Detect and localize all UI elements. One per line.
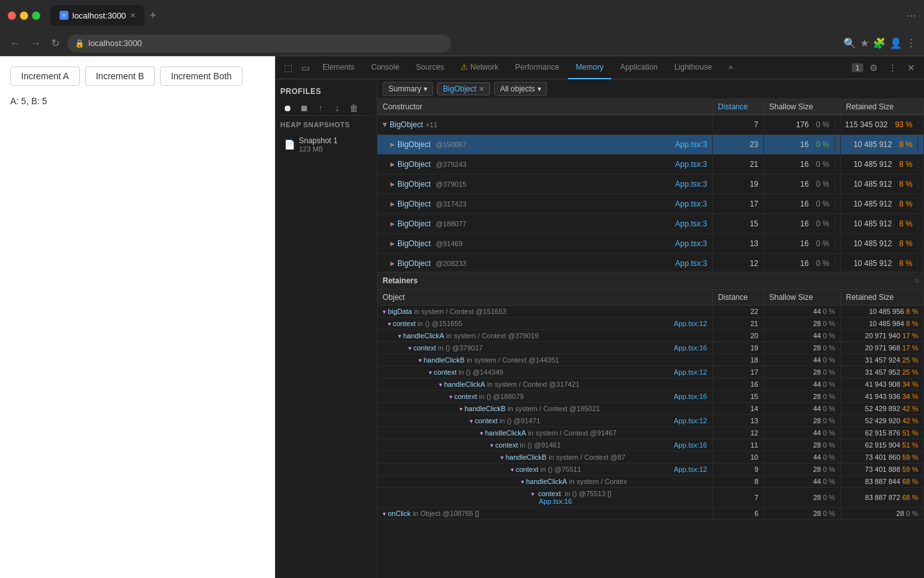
increment-both-button[interactable]: Increment Both — [160, 66, 243, 86]
stop-button[interactable]: ⏹ — [297, 101, 311, 115]
browser-menu-button[interactable]: ⋯ — [906, 10, 916, 22]
summary-label: Summary — [388, 84, 421, 93]
row-1-link[interactable]: App.tsx:3 — [675, 160, 707, 169]
tab-more[interactable]: » — [721, 56, 741, 79]
table-row-2[interactable]: ▶ BigObject @379015 App.tsx:3 19 16 0 % … — [378, 175, 924, 194]
tab-close-button[interactable]: ✕ — [130, 12, 136, 20]
new-tab-button[interactable]: + — [150, 9, 157, 22]
row-0-retained: 10 485 912 8 % — [841, 135, 924, 154]
ret-row-3[interactable]: ▾ context in () @379017 App.tsx:16 19 28… — [378, 342, 924, 354]
rth-object: Object — [378, 290, 713, 305]
ret-row-5-obj: ▾ context in () @144349 App.tsx:12 — [378, 366, 713, 378]
objects-dropdown[interactable]: All objects ▾ — [494, 82, 547, 96]
row-0-link[interactable]: App.tsx:3 — [675, 140, 707, 149]
filter-clear-icon[interactable]: ✕ — [479, 85, 484, 93]
table-row-0[interactable]: ▶ BigObject @150067 App.tsx:3 23 16 0 % … — [378, 135, 924, 155]
responsive-icon[interactable]: ▭ — [298, 60, 314, 75]
snapshot-item[interactable]: 📄 Snapshot 1 123 MB — [280, 134, 372, 155]
summary-chevron-icon: ▾ — [424, 84, 427, 93]
increment-b-button[interactable]: Increment B — [85, 66, 155, 86]
bigobject-distance: 7 — [713, 115, 764, 134]
row-2-link[interactable]: App.tsx:3 — [675, 180, 707, 189]
browser-tab-active[interactable]: ⚛ localhost:3000 ✕ — [51, 5, 145, 26]
tab-favicon: ⚛ — [60, 11, 68, 20]
load-button[interactable]: ↑ — [314, 101, 328, 115]
app-area: Increment A Increment B Increment Both A… — [0, 56, 275, 578]
ret-row-1[interactable]: ▾ context in () @151655 App.tsx:12 21 28… — [378, 318, 924, 330]
ret-row-13-obj: ▾ context in () @75511 App.tsx:12 — [378, 464, 713, 475]
ret-row-0[interactable]: ▾ bigData in system / Context @151653 22… — [378, 306, 924, 318]
th-distance[interactable]: Distance — [713, 99, 764, 114]
th-shallow[interactable]: Shallow Size — [764, 99, 841, 114]
increment-a-button[interactable]: Increment A — [10, 66, 80, 86]
devtools-settings-icon[interactable]: ⚙ — [866, 60, 882, 75]
heap-detail-panel: Summary ▾ BigObject ✕ All objects ▾ — [378, 79, 924, 578]
ret-row-16[interactable]: ▾ onClick in Object @108765 [] 6 28 0 % … — [378, 508, 924, 520]
save-button[interactable]: ↓ — [330, 101, 344, 115]
ret-row-9-obj: ▾ context in () @91471 App.tsx:12 — [378, 415, 713, 426]
tab-elements[interactable]: Elements — [315, 56, 362, 79]
tab-sources[interactable]: Sources — [408, 56, 452, 79]
record-button[interactable]: ⏺ — [280, 101, 294, 115]
close-window-button[interactable] — [8, 12, 16, 20]
th-retained[interactable]: Retained Size — [841, 99, 924, 114]
browser-titlebar: ⚛ localhost:3000 ✕ + ⋯ — [0, 0, 924, 31]
forward-button[interactable]: → — [28, 35, 44, 52]
tab-network[interactable]: ⚠ Network — [453, 56, 506, 79]
filter-input[interactable]: BigObject ✕ — [437, 82, 490, 95]
maximize-window-button[interactable] — [32, 12, 40, 20]
summary-dropdown[interactable]: Summary ▾ — [383, 82, 433, 96]
ret-row-6[interactable]: ▾ handleClickA in system / Context @3174… — [378, 379, 924, 391]
trash-button[interactable]: 🗑 — [347, 101, 361, 115]
retainers-title: Retainers — [383, 276, 418, 285]
ret-row-14[interactable]: ▾ handleClickA in system / Contex 8 44 0… — [378, 476, 924, 488]
ret-row-8[interactable]: ▾ handleClickB in system / Context @1850… — [378, 403, 924, 415]
extensions-icon[interactable]: 🧩 — [873, 37, 886, 49]
ret-row-12[interactable]: ▾ handleClickB in system / Context @87 1… — [378, 451, 924, 464]
ret-row-5[interactable]: ▾ context in () @144349 App.tsx:12 17 28… — [378, 366, 924, 379]
ret-row-14-obj: ▾ handleClickA in system / Contex — [378, 476, 713, 487]
table-row-4[interactable]: ▶ BigObject @188077 App.tsx:3 15 16 0 % … — [378, 214, 924, 234]
retainers-drag-handle[interactable]: ≡ — [914, 276, 919, 285]
table-row-6[interactable]: ▶ BigObject @208233 App.tsx:3 12 16 0 % … — [378, 254, 924, 272]
row-expand-icon[interactable]: ▶ — [390, 161, 395, 168]
bigobject-group-row[interactable]: ▶ BigObject ×11 7 176 0 % 115 345 032 93… — [378, 115, 924, 135]
tab-lighthouse[interactable]: Lighthouse — [667, 56, 720, 79]
rth-distance: Distance — [713, 290, 764, 305]
address-bar[interactable]: 🔒 localhost:3000 — [67, 35, 451, 52]
back-button[interactable]: ← — [8, 35, 23, 52]
objects-label: All objects — [500, 84, 535, 93]
tab-console[interactable]: Console — [363, 56, 407, 79]
bigobject-name: BigObject — [390, 120, 423, 129]
tab-memory[interactable]: Memory — [568, 56, 611, 79]
inspect-icon[interactable]: ⬚ — [280, 60, 296, 75]
bookmark-icon[interactable]: ★ — [860, 37, 869, 49]
table-row-1[interactable]: ▶ BigObject @379243 App.tsx:3 21 16 0 % … — [378, 155, 924, 175]
toolbar-icons: 🔍 ★ 🧩 👤 ⋮ — [843, 37, 916, 49]
settings-icon[interactable]: ⋮ — [906, 37, 916, 49]
ret-row-11[interactable]: ▾ context in () @91461 App.tsx:16 11 28 … — [378, 439, 924, 451]
minimize-window-button[interactable] — [20, 12, 28, 20]
ret-row-15-obj: ▾ context in () @75513 [] App.tsx:16 — [378, 488, 713, 507]
ret-row-4[interactable]: ▾ handleClickB in system / Context @1443… — [378, 354, 924, 366]
devtools-close-icon[interactable]: ✕ — [904, 60, 919, 75]
ret-row-13[interactable]: ▾ context in () @75511 App.tsx:12 9 28 0… — [378, 464, 924, 476]
tab-performance[interactable]: Performance — [507, 56, 567, 79]
ret-row-2[interactable]: ▾ handleClickA in system / Context @3790… — [378, 330, 924, 342]
ret-row-15[interactable]: ▾ context in () @75513 [] App.tsx:16 7 2… — [378, 488, 924, 508]
table-row-3[interactable]: ▶ BigObject @317423 App.tsx:3 17 16 0 % … — [378, 194, 924, 214]
group-expand-icon[interactable]: ▶ — [382, 123, 388, 127]
tab-application[interactable]: Application — [612, 56, 665, 79]
zoom-icon[interactable]: 🔍 — [843, 37, 856, 49]
profile-icon[interactable]: 👤 — [889, 37, 902, 49]
refresh-button[interactable]: ↻ — [49, 35, 62, 52]
ret-row-9[interactable]: ▾ context in () @91471 App.tsx:12 13 28 … — [378, 415, 924, 427]
devtools-right-controls: 1 ⚙ ⋮ ✕ — [852, 60, 919, 75]
app-buttons: Increment A Increment B Increment Both — [10, 66, 264, 86]
tab-title: localhost:3000 — [72, 11, 126, 20]
table-row-5[interactable]: ▶ BigObject @91469 App.tsx:3 13 16 0 % 1… — [378, 234, 924, 254]
ret-row-7[interactable]: ▾ context in () @188079 App.tsx:16 15 28… — [378, 391, 924, 403]
row-expand-icon[interactable]: ▶ — [390, 141, 395, 148]
ret-row-10[interactable]: ▾ handleClickA in system / Context @9146… — [378, 427, 924, 439]
devtools-more-icon[interactable]: ⋮ — [884, 60, 901, 75]
